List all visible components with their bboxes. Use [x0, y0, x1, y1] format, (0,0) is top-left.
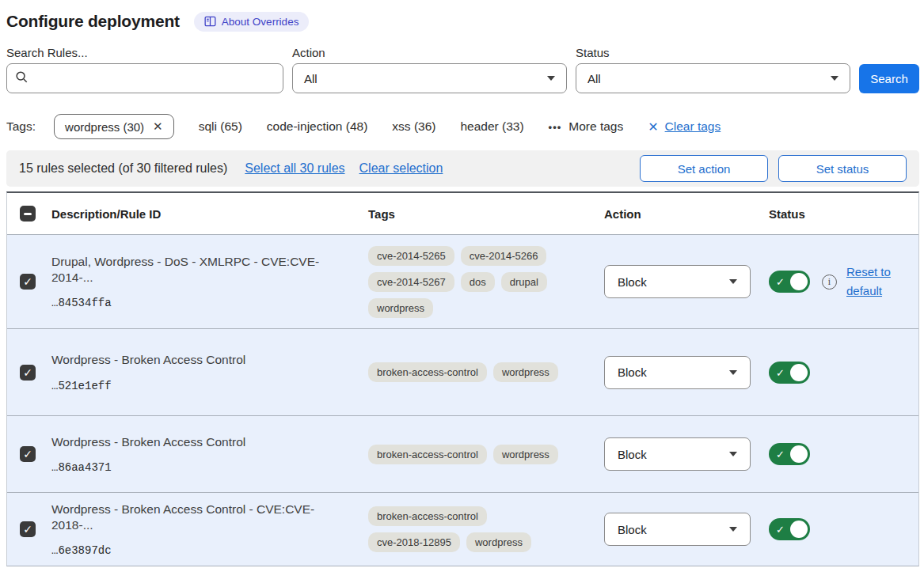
- tag-option-sqli[interactable]: sqli (65): [199, 119, 242, 134]
- status-toggle-on[interactable]: ✓: [769, 443, 810, 465]
- clear-selection-link[interactable]: Clear selection: [359, 161, 443, 176]
- rules-table: Description/Rule ID Tags Action Status D…: [6, 191, 919, 566]
- check-icon: ✓: [776, 449, 785, 460]
- action-filter-label: Action: [292, 46, 567, 59]
- rule-action-select[interactable]: Block: [604, 513, 751, 546]
- tag-pill: wordpress: [493, 362, 558, 382]
- column-header-description: Description/Rule ID: [51, 207, 368, 221]
- status-toggle-on[interactable]: ✓: [769, 271, 810, 293]
- column-header-tags: Tags: [368, 207, 604, 221]
- search-icon: [15, 70, 29, 87]
- rule-action-select[interactable]: Block: [604, 265, 751, 298]
- set-status-button[interactable]: Set status: [778, 155, 907, 182]
- ellipsis-icon: •••: [549, 121, 562, 133]
- check-icon: ✓: [776, 524, 785, 536]
- tag-option-header[interactable]: header (33): [460, 119, 523, 134]
- select-all-checkbox[interactable]: [20, 206, 36, 222]
- rule-id: …86aa4371: [51, 461, 352, 474]
- chevron-down-icon: [729, 527, 737, 532]
- status-cell: ✓: [769, 518, 918, 540]
- action-cell: Block: [604, 265, 769, 298]
- toggle-knob: [790, 273, 808, 290]
- chevron-down-icon: [729, 452, 737, 456]
- active-tag-label: wordpress (30): [65, 120, 144, 134]
- tags-cell: broken-access-controlwordpress: [368, 362, 580, 382]
- description-cell: Drupal, Wordpress - DoS - XMLRPC - CVE:C…: [51, 254, 368, 309]
- search-field: Search Rules...: [6, 46, 283, 93]
- about-overrides-badge[interactable]: About Overrides: [194, 12, 310, 32]
- table-row: Wordpress - Broken Access Control - CVE:…: [7, 492, 918, 566]
- tag-pill: broken-access-control: [368, 445, 487, 464]
- table-row: Wordpress - Broken Access Control …86aa4…: [7, 415, 918, 492]
- more-tags-label: More tags: [568, 119, 623, 134]
- rule-action-select[interactable]: Block: [604, 437, 751, 471]
- rule-id: …6e3897dc: [51, 544, 352, 557]
- rule-description: Wordpress - Broken Access Control - CVE:…: [51, 502, 352, 533]
- status-filter-field: Status All: [576, 46, 850, 93]
- table-row: Wordpress - Broken Access Control …521e1…: [7, 328, 918, 415]
- search-button[interactable]: Search: [859, 64, 919, 93]
- status-toggle-on[interactable]: ✓: [769, 518, 810, 540]
- action-filter-value: All: [304, 72, 318, 85]
- chevron-down-icon: [547, 76, 555, 81]
- tags-cell: broken-access-controlwordpress: [368, 445, 580, 464]
- selection-summary: 15 rules selected (of 30 filtered rules): [19, 161, 227, 176]
- configure-deployment-page: Configure deployment About Overrides Sea…: [0, 0, 924, 566]
- tag-pill: cve-2014-5266: [461, 246, 547, 266]
- clear-tags-x-icon: ✕: [648, 119, 658, 134]
- row-checkbox[interactable]: [20, 446, 36, 462]
- tag-pill: cve-2018-12895: [368, 532, 460, 552]
- tag-pill: cve-2014-5267: [368, 272, 454, 292]
- search-rules-input[interactable]: [35, 72, 275, 85]
- book-icon: [204, 16, 216, 27]
- rule-id: …84534ffa: [51, 297, 352, 309]
- description-cell: Wordpress - Broken Access Control - CVE:…: [51, 502, 368, 557]
- action-cell: Block: [604, 513, 769, 546]
- status-toggle-on[interactable]: ✓: [769, 362, 810, 384]
- rule-action-value: Block: [618, 365, 647, 379]
- toggle-knob: [790, 364, 808, 381]
- tag-pill: wordpress: [493, 445, 558, 464]
- info-icon[interactable]: i: [822, 275, 837, 290]
- tag-pill: cve-2014-5265: [368, 246, 454, 266]
- reset-to-default-link[interactable]: Reset to default: [846, 263, 899, 301]
- table-row: Drupal, Wordpress - DoS - XMLRPC - CVE:C…: [7, 235, 918, 328]
- more-tags-button[interactable]: ••• More tags: [549, 119, 624, 134]
- table-header: Description/Rule ID Tags Action Status: [7, 193, 918, 235]
- search-rules-box[interactable]: [6, 63, 283, 93]
- status-cell: ✓: [769, 362, 918, 384]
- search-rules-label: Search Rules...: [6, 46, 283, 59]
- tag-pill: wordpress: [466, 532, 531, 552]
- action-cell: Block: [604, 437, 769, 471]
- description-cell: Wordpress - Broken Access Control …521e1…: [51, 352, 368, 392]
- status-filter-select[interactable]: All: [576, 63, 850, 93]
- row-checkbox[interactable]: [20, 365, 36, 381]
- filter-row: Search Rules... Action All Status: [6, 46, 919, 93]
- tag-option-xss[interactable]: xss (36): [392, 119, 435, 134]
- status-filter-label: Status: [576, 46, 850, 59]
- select-all-rules-link[interactable]: Select all 30 rules: [245, 161, 344, 176]
- title-row: Configure deployment About Overrides: [6, 8, 919, 35]
- clear-tags-button[interactable]: ✕ Clear tags: [648, 119, 721, 134]
- tags-label: Tags:: [6, 119, 36, 134]
- rule-description: Wordpress - Broken Access Control: [51, 434, 352, 450]
- rule-action-value: Block: [618, 275, 647, 289]
- rule-description: Drupal, Wordpress - DoS - XMLRPC - CVE:C…: [51, 254, 352, 286]
- tags-cell: broken-access-controlcve-2018-12895wordp…: [368, 506, 580, 552]
- set-action-button[interactable]: Set action: [640, 155, 768, 182]
- row-checkbox[interactable]: [20, 274, 36, 290]
- action-filter-select[interactable]: All: [292, 63, 567, 93]
- remove-tag-icon[interactable]: ✕: [153, 119, 163, 134]
- status-cell: ✓ i Reset to default: [769, 263, 918, 301]
- active-tag-wordpress[interactable]: wordpress (30) ✕: [54, 114, 174, 139]
- toggle-knob: [790, 521, 808, 538]
- rule-action-select[interactable]: Block: [604, 356, 751, 389]
- tag-pill: dos: [461, 272, 495, 292]
- row-checkbox[interactable]: [20, 521, 36, 537]
- rule-id: …521e1eff: [51, 380, 352, 392]
- about-overrides-label: About Overrides: [222, 16, 299, 28]
- rule-action-value: Block: [618, 448, 647, 461]
- tag-option-code-injection[interactable]: code-injection (48): [267, 119, 368, 134]
- page-title: Configure deployment: [6, 12, 180, 31]
- tag-pill: broken-access-control: [368, 362, 487, 382]
